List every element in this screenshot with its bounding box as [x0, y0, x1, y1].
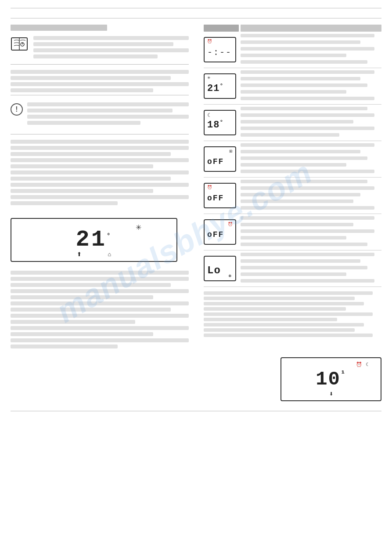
desc-line — [241, 90, 346, 94]
text-block-2 — [11, 140, 189, 205]
right-bottom-spacer — [204, 291, 381, 353]
table-row-night-temp: ☾ 18° — [204, 105, 381, 141]
row-desc-off-3 — [241, 216, 381, 248]
off-3-value: oFF — [207, 231, 224, 239]
text-line — [11, 345, 118, 348]
text-line — [11, 326, 189, 330]
text-block-1 — [11, 70, 189, 92]
text-line — [27, 102, 189, 106]
desc-line — [241, 243, 367, 246]
text-line — [11, 76, 171, 80]
desc-line — [204, 334, 373, 337]
text-line — [11, 88, 153, 92]
desc-line — [241, 47, 374, 51]
desc-line — [241, 216, 374, 220]
night-temp-value: 18° — [207, 120, 223, 130]
desc-line — [241, 266, 367, 269]
text-line — [11, 277, 189, 281]
section-rule-top — [11, 18, 381, 18]
notice-icon: ! — [11, 103, 23, 116]
desc-line — [241, 229, 374, 233]
right-bottom-text — [204, 291, 381, 337]
desc-line — [204, 323, 364, 326]
desc-line — [241, 60, 367, 64]
desc-line — [204, 307, 346, 311]
day-temp-value: 21° — [207, 83, 223, 94]
desc-line — [241, 272, 346, 276]
sun-icon: ✳ — [136, 223, 141, 232]
table-row-off-3: ⏰ oFF — [204, 214, 381, 250]
desc-line — [241, 150, 360, 153]
text-line — [11, 70, 189, 74]
lcd-night-temp-display: ☾ 18° — [204, 110, 236, 135]
text-line — [11, 177, 171, 181]
notice-text — [27, 102, 189, 127]
calendar-icon: ⊞ — [229, 149, 233, 153]
desc-line — [241, 127, 374, 130]
bottom-rule — [11, 411, 381, 411]
display-bottom-icons: ⬆ ⌂ — [77, 251, 111, 258]
desc-line — [241, 253, 374, 256]
divider-1 — [11, 64, 189, 65]
section-heading-bar — [11, 25, 107, 31]
row-desc-lo — [241, 253, 381, 284]
table-row-off-2: ⏰ oFF — [204, 178, 381, 214]
lo-value: Lo — [207, 265, 221, 276]
text-line — [11, 332, 153, 336]
row-desc-night-temp — [241, 107, 381, 138]
large-display-right: ⏰ ☾ 10¹ ⬇ — [281, 357, 381, 401]
desc-line — [241, 223, 353, 226]
text-line — [11, 140, 189, 144]
notice-section: ! — [11, 100, 189, 130]
text-line — [11, 189, 153, 193]
desc-line — [204, 328, 355, 332]
text-line — [11, 82, 189, 86]
row-desc-off-1 — [241, 143, 381, 175]
large-display-main: ✳ 21° ⬆ ⌂ — [11, 218, 177, 262]
lcd-day-temp-display: ✳ 21° — [204, 73, 236, 99]
left-column: ! — [11, 25, 199, 401]
svg-point-4 — [22, 43, 23, 44]
right-column: ⏰ -:-- ✳ 21° — [199, 25, 381, 401]
desc-line — [241, 170, 374, 173]
lcd-lo-display: Lo ❄ — [204, 256, 236, 281]
lcd-off-2-display: ⏰ oFF — [204, 183, 236, 208]
text-line — [11, 271, 189, 275]
table-header — [204, 25, 381, 32]
bottom-display-value: 10¹ — [316, 370, 346, 389]
text-line — [27, 121, 140, 125]
time-value: -:-- — [207, 47, 232, 58]
desc-line — [241, 279, 374, 283]
map-info-icon — [11, 36, 28, 52]
desc-line — [241, 34, 374, 37]
desc-line — [241, 180, 367, 183]
text-line — [11, 295, 153, 299]
large-display-value: 21° — [76, 229, 112, 251]
desc-line — [204, 297, 355, 300]
desc-line — [241, 97, 374, 100]
divider-2 — [11, 95, 189, 95]
text-line — [11, 308, 171, 312]
table-row-day-temp: ✳ 21° — [204, 68, 381, 105]
desc-line — [241, 156, 367, 160]
desc-line — [241, 77, 360, 80]
text-line — [27, 115, 189, 119]
desc-line — [241, 83, 367, 87]
desc-line — [241, 236, 346, 239]
display-top-icons: ⏰ ☾ — [356, 362, 370, 367]
text-line — [11, 164, 153, 168]
row-desc-off-2 — [241, 180, 381, 211]
desc-line — [241, 143, 374, 147]
desc-line — [241, 163, 346, 167]
row-desc-time — [241, 34, 381, 65]
text-line — [11, 314, 189, 318]
text-line — [11, 146, 189, 150]
fan-snowflake-icon: ❄ — [228, 274, 232, 278]
desc-line — [241, 193, 360, 196]
clock-icon-2: ⏰ — [207, 185, 212, 189]
sun-icon-small: ✳ — [207, 76, 211, 80]
table-header-col1 — [204, 25, 239, 32]
text-line — [11, 158, 189, 162]
desc-line — [241, 259, 360, 263]
clock-icon-3: ⏰ — [228, 222, 233, 226]
